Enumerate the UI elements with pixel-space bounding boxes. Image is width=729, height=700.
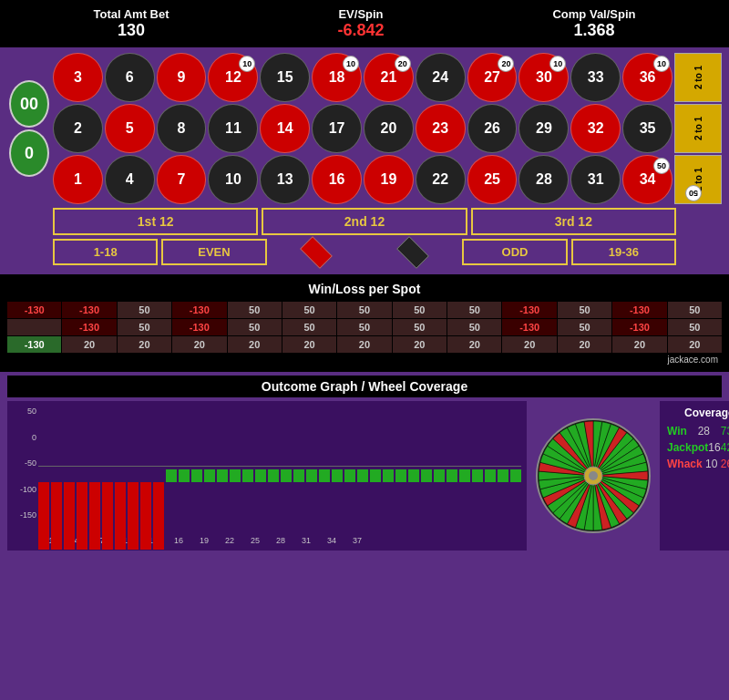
winloss-title: Win/Loss per Spot [7, 278, 722, 300]
winloss-section: Win/Loss per Spot -130-13050-13050505050… [0, 274, 729, 372]
number-cell-30[interactable]: 3010 [519, 53, 569, 102]
second-dozen[interactable]: 2nd 12 [262, 208, 467, 235]
bar-25 [357, 416, 368, 516]
number-cell-17[interactable]: 17 [312, 104, 362, 153]
bar-fill [153, 482, 164, 549]
bar-5 [102, 416, 113, 516]
bar-fill [395, 469, 406, 483]
number-cell-5[interactable]: 5 [105, 104, 155, 153]
x-label-22: 22 [217, 536, 242, 545]
ev-spin-value: -6.842 [337, 21, 384, 40]
number-cell-23[interactable]: 23 [416, 104, 466, 153]
twotoone-top[interactable]: 2 to 1 [674, 53, 722, 102]
winloss-grid: -130-13050-1305050505050-13050-13050-130… [7, 302, 722, 353]
bet-even[interactable]: EVEN [161, 239, 266, 265]
bar-fill [140, 482, 151, 549]
number-cell-4[interactable]: 4 [105, 155, 155, 204]
number-cell-15[interactable]: 15 [260, 53, 310, 102]
number-cell-3[interactable]: 3 [53, 53, 103, 102]
number-cell-12[interactable]: 1210 [208, 53, 258, 102]
number-cell-1[interactable]: 1 [53, 155, 103, 204]
bar-35 [485, 416, 496, 516]
number-cell-35[interactable]: 35 [622, 104, 673, 153]
number-cell-36[interactable]: 3610 [622, 53, 673, 102]
number-cell-21[interactable]: 2120 [364, 53, 414, 102]
outcome-section: Outcome Graph / Wheel Coverage 50 0 -50 … [0, 372, 729, 554]
wl-cell: -130 [62, 319, 116, 335]
bar-fill [77, 482, 87, 549]
bar-fill [332, 469, 343, 483]
wl-cell: 20 [62, 336, 116, 353]
y-axis: 50 0 -50 -100 -150 [13, 407, 38, 520]
bar-8 [140, 416, 151, 516]
wl-cell: 50 [558, 302, 611, 318]
wl-cell: 50 [228, 302, 282, 318]
bar-fill [242, 469, 253, 483]
bet-red[interactable] [271, 240, 363, 265]
number-cell-28[interactable]: 28 [519, 155, 569, 204]
bar-fill [434, 469, 445, 483]
wl-cell: -130 [62, 302, 116, 318]
number-cell-14[interactable]: 14 [260, 104, 310, 153]
first-dozen[interactable]: 1st 12 [53, 208, 258, 235]
x-label-34: 34 [319, 536, 344, 545]
bar-fill [102, 482, 113, 549]
bar-1 [51, 416, 62, 516]
double-zero-cell[interactable]: 00 [9, 80, 49, 128]
number-cell-13[interactable]: 13 [260, 155, 310, 204]
number-cell-31[interactable]: 31 [570, 155, 621, 204]
bar-fill [447, 469, 457, 483]
bar-fill [383, 469, 394, 483]
twotoone-bot[interactable]: 2 to 1 50 [674, 155, 722, 204]
coverage-jackpot-row: Jackpot 16 42.1% [667, 441, 729, 454]
bar-3 [77, 416, 87, 516]
number-cell-20[interactable]: 20 [364, 104, 414, 153]
number-cell-2[interactable]: 2 [53, 104, 103, 153]
bet-black[interactable] [366, 240, 458, 265]
bar-10 [166, 416, 177, 516]
number-cell-7[interactable]: 7 [157, 155, 207, 204]
number-cell-8[interactable]: 8 [157, 104, 207, 153]
wl-cell: 20 [282, 336, 336, 353]
bar-fill [204, 469, 215, 483]
number-cell-11[interactable]: 11 [208, 104, 258, 153]
bar-fill [268, 469, 279, 483]
bar-fill [510, 469, 521, 483]
bet-1-18[interactable]: 1-18 [53, 239, 158, 265]
x-label-25: 25 [242, 536, 268, 545]
number-cell-9[interactable]: 9 [157, 53, 207, 102]
wl-cell: 50 [282, 302, 336, 318]
bar-26 [370, 416, 381, 516]
bet-odd[interactable]: ODD [462, 239, 567, 265]
twotoone-mid[interactable]: 2 to 1 [674, 104, 722, 153]
bar-22 [319, 416, 330, 516]
bar-fill [498, 469, 508, 483]
single-zero-cell[interactable]: 0 [9, 129, 49, 177]
bar-21 [306, 416, 317, 516]
number-cell-6[interactable]: 6 [105, 53, 155, 102]
total-amt-bet-label: Total Amt Bet [93, 7, 169, 21]
bar-fill [64, 482, 75, 549]
number-cell-22[interactable]: 22 [416, 155, 466, 204]
number-cell-33[interactable]: 33 [570, 53, 621, 102]
number-cell-19[interactable]: 19 [364, 155, 414, 204]
twotoone-column: 2 to 1 2 to 1 2 to 1 50 [674, 53, 722, 204]
number-cell-16[interactable]: 16 [312, 155, 362, 204]
bar-fill [357, 469, 368, 483]
number-cell-27[interactable]: 2720 [467, 53, 518, 102]
black-diamond-icon [396, 236, 429, 269]
number-cell-25[interactable]: 25 [467, 155, 518, 204]
ev-spin-col: EV/Spin -6.842 [337, 7, 384, 40]
number-cell-34[interactable]: 3450 [622, 155, 673, 204]
number-cell-32[interactable]: 32 [570, 104, 621, 153]
third-dozen[interactable]: 3rd 12 [471, 208, 676, 235]
bet-19-36[interactable]: 19-36 [571, 239, 676, 265]
number-cell-29[interactable]: 29 [519, 104, 569, 153]
bar-33 [459, 416, 470, 516]
number-cell-18[interactable]: 1810 [312, 53, 362, 102]
number-cell-24[interactable]: 24 [416, 53, 466, 102]
number-cell-26[interactable]: 26 [467, 104, 518, 153]
wl-cell: 50 [118, 319, 171, 335]
coverage-panel: Coverage Win 28 73.7% Jackpot 16 42.1% W… [660, 401, 729, 551]
number-cell-10[interactable]: 10 [208, 155, 258, 204]
